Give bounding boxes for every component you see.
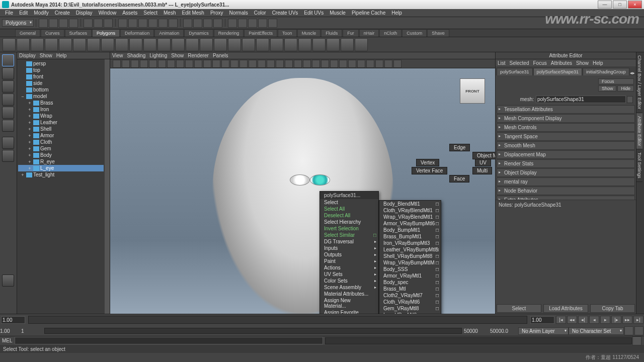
ae-menu-attributes[interactable]: Attributes	[551, 60, 572, 66]
ctx-color-sets[interactable]: Color Sets	[320, 278, 378, 284]
material-shell-vraybumpmtl8[interactable]: Shell_VRayBumpMtl8	[379, 253, 441, 259]
shelf-icon[interactable]	[143, 38, 156, 51]
shelf-tab-ncloth[interactable]: nCloth	[379, 29, 401, 37]
material-iron-vraybumpmtl3[interactable]: Iron_VRayBumpMtl3	[379, 240, 441, 246]
lasso-tool-icon[interactable]	[2, 67, 14, 79]
shelf-icon[interactable]	[172, 38, 185, 51]
ae-tab-nav-icon[interactable]: ▸	[632, 70, 635, 75]
status-icon[interactable]	[84, 19, 93, 28]
shelf-icon[interactable]	[31, 38, 44, 51]
view-cube[interactable]: FRONT	[460, 78, 485, 104]
shelf-tab-dynamics[interactable]: Dynamics	[184, 29, 213, 37]
outliner-menu-show[interactable]: Show	[40, 53, 52, 58]
ae-tab-polysurface31[interactable]: polySurface31	[497, 68, 533, 75]
side-tab-channel-box-layer-editor[interactable]: Channel Box / Layer Editor	[636, 52, 642, 113]
ctx-material-attributes-[interactable]: Material Attributes...	[320, 291, 378, 297]
menu-edit-mesh[interactable]: Edit Mesh	[179, 10, 207, 16]
ctx-uv-sets[interactable]: UV Sets	[320, 271, 378, 278]
outliner-item-l_eye[interactable]: +L_eye	[18, 165, 104, 171]
outliner-menu-help[interactable]: Help	[56, 53, 67, 58]
shelf-icon[interactable]	[242, 38, 255, 51]
rotate-tool-icon[interactable]	[2, 107, 14, 119]
shelf-tab-rendering[interactable]: Rendering	[214, 29, 244, 37]
ctx-outputs[interactable]: Outputs	[320, 251, 378, 258]
step-fwd-icon[interactable]: ▸▸	[622, 316, 632, 324]
shelf-icon[interactable]	[327, 38, 340, 51]
range-start-field[interactable]: 1.00	[0, 328, 21, 334]
marking-multi[interactable]: Multi	[472, 167, 492, 174]
go-start-icon[interactable]: |◂	[556, 316, 566, 324]
viewport-tool-icon[interactable]	[330, 60, 338, 68]
viewport-tool-icon[interactable]	[122, 60, 130, 68]
close-button[interactable]: ×	[628, 1, 642, 9]
status-icon[interactable]	[158, 19, 168, 28]
viewport-tool-icon[interactable]	[339, 60, 347, 68]
shelf-tab-toon[interactable]: Toon	[278, 29, 297, 37]
step-back-icon[interactable]: ◂◂	[567, 316, 577, 324]
material-gem-vraymtl8[interactable]: Gem_VRayMtl8	[379, 305, 441, 312]
ae-btn-load-attributes[interactable]: Load Attributes	[543, 304, 588, 313]
maximize-button[interactable]: □	[613, 1, 627, 9]
outliner-item-persp[interactable]: persp	[18, 60, 104, 67]
material-armor-vraybumpmtl6[interactable]: Armor_VRayBumpMtl6	[379, 220, 441, 227]
play-back-icon[interactable]: ◂	[589, 316, 599, 324]
viewport-tool-icon[interactable]	[384, 60, 392, 68]
menu-modify[interactable]: Modify	[31, 10, 51, 16]
ctx-select[interactable]: Select	[320, 199, 378, 206]
shelf-icon[interactable]	[186, 38, 199, 51]
outliner-item-model[interactable]: −model	[18, 93, 104, 100]
status-icon[interactable]	[118, 19, 127, 28]
ctx-dg-traversal[interactable]: DG Traversal	[320, 238, 378, 245]
shelf-tab-surfaces[interactable]: Surfaces	[65, 29, 92, 37]
material-iron-vraymtl3[interactable]: Iron_VRayMtl3	[379, 312, 441, 314]
viewport-tool-icon[interactable]	[167, 60, 175, 68]
next-key-icon[interactable]: |▸	[611, 316, 621, 324]
marking-uv[interactable]: UV	[475, 159, 491, 166]
menu-edit-uvs[interactable]: Edit UVs	[301, 10, 327, 16]
menu-edit[interactable]: Edit	[16, 10, 31, 16]
menu-muscle[interactable]: Muscle	[327, 10, 349, 16]
shelf-icon[interactable]	[157, 38, 171, 51]
viewport-tool-icon[interactable]	[375, 60, 383, 68]
outliner-item-wrap[interactable]: +Wrap	[18, 113, 104, 119]
menu-file[interactable]: File	[2, 10, 16, 16]
outliner-item-leather[interactable]: +Leather	[18, 119, 104, 126]
material-brass-mtl[interactable]: Brass_Mtl	[379, 286, 441, 292]
outliner-tree[interactable]: persptopfrontsidebottom−model+Brass+Iron…	[17, 59, 105, 314]
outliner-item-top[interactable]: top	[18, 67, 104, 73]
status-icon[interactable]	[148, 19, 157, 28]
script-editor-icon[interactable]	[632, 336, 641, 345]
range-end-field[interactable]: 50000.0	[490, 328, 518, 334]
viewport-tool-icon[interactable]	[203, 60, 211, 68]
viewport-menu-panels[interactable]: Panels	[213, 53, 228, 58]
expand-icon[interactable]: +	[20, 172, 25, 177]
status-icon[interactable]	[183, 19, 192, 28]
shelf-icon[interactable]	[87, 38, 100, 51]
outliner-item-test_light[interactable]: +Test_light	[18, 171, 104, 178]
side-tab-tool-settings[interactable]: Tool Settings	[636, 149, 642, 182]
shelf-icon[interactable]	[228, 38, 241, 51]
shelf-icon[interactable]	[256, 38, 269, 51]
viewport-tool-icon[interactable]	[303, 60, 311, 68]
viewport-tool-icon[interactable]	[258, 60, 266, 68]
viewport-tool-icon[interactable]	[285, 60, 293, 68]
outliner-item-iron[interactable]: +Iron	[18, 106, 104, 113]
outliner-scrollbar[interactable]	[105, 59, 110, 314]
status-icon[interactable]	[203, 19, 212, 28]
hide-button[interactable]: Hide	[617, 85, 634, 92]
prev-key-icon[interactable]: ◂|	[578, 316, 588, 324]
time-end-field[interactable]: 1.00	[530, 316, 554, 324]
expand-icon[interactable]: +	[27, 133, 32, 138]
expand-icon[interactable]: +	[27, 153, 32, 158]
shelf-icon[interactable]	[45, 38, 58, 51]
range-track[interactable]	[44, 328, 462, 334]
outliner-item-shell[interactable]: +Shell	[18, 126, 104, 132]
status-icon[interactable]	[258, 19, 267, 28]
viewport-tool-icon[interactable]	[393, 60, 401, 68]
viewport-menu-lighting[interactable]: Lighting	[149, 53, 167, 58]
shelf-icon[interactable]	[355, 38, 368, 51]
viewport-tool-icon[interactable]	[312, 60, 320, 68]
scale-tool-icon[interactable]	[2, 120, 14, 132]
ae-section-mesh-component-display[interactable]: Mesh Component Display	[497, 114, 635, 123]
shelf-icon[interactable]	[341, 38, 354, 51]
